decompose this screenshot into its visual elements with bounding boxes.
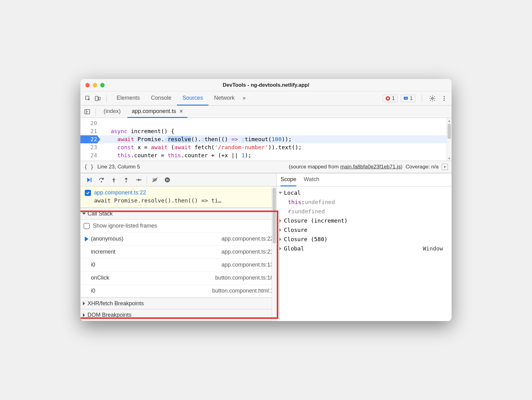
call-stack-header[interactable]: Call Stack (80, 208, 277, 220)
breakpoint-checkbox[interactable] (85, 190, 91, 196)
inspect-element-icon[interactable] (84, 94, 92, 103)
window-title: DevTools - ng-devtools.netlify.app/ (80, 82, 452, 88)
file-tab-index[interactable]: (index) (99, 106, 125, 118)
debugger-right-pane: Scope Watch Localthis: undefinedr: undef… (277, 173, 452, 321)
scope-group[interactable]: Closure (increment) (279, 216, 449, 225)
tab-network[interactable]: Network (208, 91, 240, 106)
disclosure-triangle-icon (279, 237, 281, 241)
paused-message: app.component.ts:22 await Promise.resolv… (80, 186, 277, 208)
line-number[interactable]: 23 (80, 143, 97, 151)
svg-rect-20 (168, 179, 168, 181)
left-pane-scrollbar[interactable] (272, 186, 277, 321)
minimize-window-button[interactable] (93, 83, 97, 87)
call-stack-frame[interactable]: i0button.component.html:1 (80, 285, 277, 298)
code-line[interactable] (100, 119, 452, 127)
resume-button[interactable] (83, 173, 95, 186)
scope-group[interactable]: Closure (279, 225, 449, 235)
xhr-breakpoints-header[interactable]: XHR/fetch Breakpoints (80, 298, 277, 309)
expand-statusbar-icon[interactable]: ▾ (442, 164, 448, 170)
code-line[interactable]: const x = await (await fetch('/random-nu… (100, 143, 452, 151)
toolbar-separator (106, 95, 107, 102)
scope-property[interactable]: this: undefined (279, 198, 449, 207)
tabs-overflow-icon[interactable]: » (240, 91, 248, 106)
close-tab-icon[interactable]: ✕ (179, 108, 183, 114)
scroll-thumb[interactable] (272, 188, 276, 243)
source-map-link[interactable]: main.fa8bfa0e23f1eb71.js (340, 164, 401, 170)
svg-point-15 (126, 181, 127, 182)
call-stack-frame[interactable]: (anonymous)app.component.ts:22 (80, 233, 277, 246)
svg-point-16 (140, 179, 141, 180)
scope-group[interactable]: Local (279, 188, 449, 198)
scroll-thumb[interactable] (448, 124, 451, 139)
svg-point-7 (444, 96, 445, 97)
source-mapped-label: (source mapped from main.fa8bfa0e23f1eb7… (289, 164, 403, 170)
scope-property[interactable]: r: undefined (279, 207, 449, 216)
frame-name: i0 (91, 288, 212, 294)
fullscreen-window-button[interactable] (100, 83, 105, 87)
line-number[interactable]: 21 (80, 127, 97, 135)
scroll-up-icon[interactable]: ▲ (447, 118, 452, 123)
call-stack-frame[interactable]: onClickbutton.component.ts:18 (80, 272, 277, 285)
file-tab-app-component[interactable]: app.component.ts ✕ (127, 106, 187, 118)
tab-sources[interactable]: Sources (177, 91, 208, 106)
navigator-toggle-icon[interactable] (83, 107, 92, 116)
code-line[interactable]: async increment() { (100, 127, 452, 135)
call-stack-frame[interactable]: i0app.component.ts:13 (80, 259, 277, 272)
section-title: XHR/fetch Breakpoints (88, 300, 144, 307)
disclosure-triangle-icon (279, 247, 281, 250)
scope-group[interactable]: GlobalWindow (279, 244, 449, 253)
deactivate-breakpoints-button[interactable] (149, 173, 161, 186)
scope-tab[interactable]: Scope (281, 173, 296, 186)
line-number[interactable]: 22 (80, 135, 97, 143)
line-number[interactable]: 24 (80, 151, 97, 159)
step-button[interactable] (132, 173, 145, 186)
section-title: Call Stack (88, 211, 113, 217)
settings-gear-icon[interactable] (428, 94, 437, 103)
svg-rect-5 (405, 98, 407, 98)
step-out-button[interactable] (120, 173, 132, 186)
close-window-button[interactable] (85, 83, 90, 87)
dom-breakpoints-header[interactable]: DOM Breakpoints (80, 309, 277, 321)
section-title: DOM Breakpoints (88, 312, 131, 318)
pretty-print-icon[interactable]: { } (84, 164, 94, 170)
editor-scrollbar[interactable]: ▲ ▼ (447, 118, 452, 161)
scope-value: undefined (305, 198, 335, 207)
file-tabs: (index) app.component.ts ✕ (80, 106, 452, 118)
show-ignored-checkbox[interactable] (84, 223, 90, 229)
frame-name: i0 (91, 262, 221, 268)
line-number[interactable]: 20 (80, 119, 97, 127)
more-menu-icon[interactable] (440, 94, 448, 103)
paused-location[interactable]: app.component.ts:22 (94, 189, 146, 196)
errors-pill[interactable]: 1 (383, 95, 397, 102)
scope-watch-tabs: Scope Watch (277, 173, 452, 186)
tab-elements[interactable]: Elements (111, 91, 145, 106)
show-ignored-frames-row[interactable]: Show ignore-listed frames (80, 220, 277, 233)
tab-console[interactable]: Console (145, 91, 177, 106)
code-editor[interactable]: 2021222324 async increment() { await Pro… (80, 118, 452, 161)
scope-value: undefined (295, 207, 325, 216)
step-over-button[interactable] (95, 173, 108, 186)
scroll-down-icon[interactable]: ▼ (447, 156, 452, 161)
debug-toolbar-separator (147, 176, 147, 184)
scope-group[interactable]: Closure (580) (279, 235, 449, 244)
debugger-left-pane: app.component.ts:22 await Promise.resolv… (80, 173, 277, 321)
call-stack-frame[interactable]: incrementapp.component.ts:21 (80, 246, 277, 259)
watch-tab[interactable]: Watch (304, 173, 319, 186)
editor-statusbar: { } Line 23, Column 5 (source mapped fro… (80, 161, 452, 173)
line-gutter[interactable]: 2021222324 (80, 118, 100, 161)
frame-location: app.component.ts:22 (221, 236, 273, 242)
file-tab-label: (index) (104, 108, 121, 115)
disclosure-triangle-icon (279, 228, 281, 232)
panel-tabs: Elements Console Sources Network » (111, 91, 248, 106)
code-lines: async increment() { await Promise.▯resol… (100, 118, 452, 161)
step-into-button[interactable] (108, 173, 120, 186)
pause-on-exceptions-button[interactable] (161, 173, 174, 186)
code-line[interactable]: this.counter = this.counter + (+x || 1); (100, 151, 452, 159)
svg-rect-1 (95, 96, 98, 101)
device-toggle-icon[interactable] (93, 94, 102, 103)
code-line[interactable]: await Promise.▯resolve().▯then(() => ▯ti… (100, 135, 452, 143)
issues-pill[interactable]: 1 (401, 95, 415, 102)
frame-location: app.component.ts:13 (221, 262, 273, 268)
paused-snippet: await Promise.resolve().then(() => ti… (85, 196, 272, 204)
debugger-toolbar (80, 173, 277, 186)
